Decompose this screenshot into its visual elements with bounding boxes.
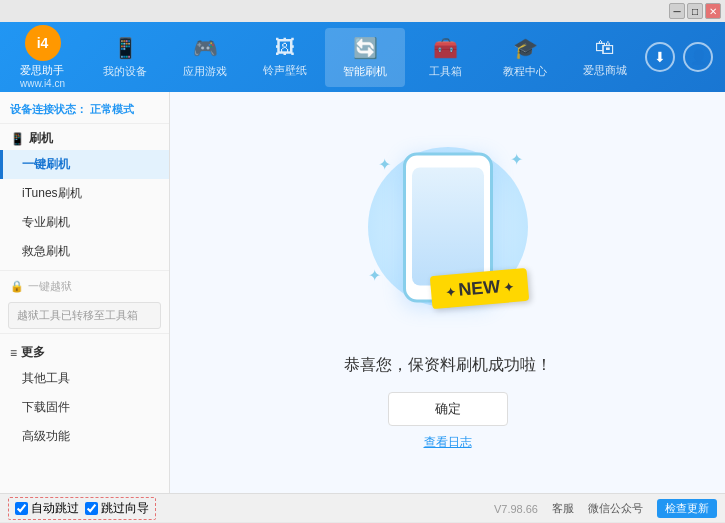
apps-label: 应用游戏 [183,64,227,79]
auto-skip-checkbox[interactable] [15,502,28,515]
more-section-header: ≡ 更多 [0,338,169,364]
sidebar-item-other-tools[interactable]: 其他工具 [0,364,169,393]
main-area: 设备连接状态： 正常模式 📱 刷机 一键刷机 iTunes刷机 专业刷机 救急刷… [0,92,725,493]
sidebar-item-one-click-flash[interactable]: 一键刷机 [0,150,169,179]
sidebar-item-itunes-flash[interactable]: iTunes刷机 [0,179,169,208]
sidebar-item-download-fw[interactable]: 下载固件 [0,393,169,422]
apps-icon: 🎮 [193,36,218,60]
flash-section-header: 📱 刷机 [0,124,169,150]
lock-icon: 🔒 [10,280,24,293]
tutorials-label: 教程中心 [503,64,547,79]
sparkle-bottom-left-icon: ✦ [368,266,381,285]
skip-wizard-checkbox-label[interactable]: 跳过向导 [85,500,149,517]
store-label: 爱思商城 [583,63,627,78]
nav-item-toolbox[interactable]: 🧰 工具箱 [405,28,485,87]
my-device-icon: 📱 [113,36,138,60]
success-text: 恭喜您，保资料刷机成功啦！ [344,355,552,376]
sidebar-item-save-flash[interactable]: 救急刷机 [0,237,169,266]
divider-1 [0,270,169,271]
close-button[interactable]: ✕ [705,3,721,19]
auto-skip-checkbox-label[interactable]: 自动跳过 [15,500,79,517]
sidebar-item-pro-flash[interactable]: 专业刷机 [0,208,169,237]
smart-flash-icon: 🔄 [353,36,378,60]
tutorials-icon: 🎓 [513,36,538,60]
skip-wizard-checkbox[interactable] [85,502,98,515]
top-nav: i4 爱思助手 www.i4.cn 📱 我的设备 🎮 应用游戏 🖼 铃声壁纸 🔄… [0,22,725,92]
logo-area: i4 爱思助手 www.i4.cn [0,25,85,89]
wechat-link[interactable]: 微信公众号 [588,501,643,516]
jailbreak-section: 🔒 一键越狱 [0,275,169,298]
divider-2 [0,333,169,334]
sparkle-top-right-icon: ✦ [510,150,523,169]
sidebar-item-advanced[interactable]: 高级功能 [0,422,169,451]
nav-item-store[interactable]: 🛍 爱思商城 [565,28,645,86]
jailbreak-notice: 越狱工具已转移至工具箱 [8,302,161,329]
bottom-top-row: 自动跳过 跳过向导 V7.98.66 客服 微信公众号 检查更新 [0,494,725,522]
download-button[interactable]: ⬇ [645,42,675,72]
nav-item-wallpaper[interactable]: 🖼 铃声壁纸 [245,28,325,86]
bottom-bar: 自动跳过 跳过向导 V7.98.66 客服 微信公众号 检查更新 📱 iPhon… [0,493,725,523]
connection-status: 设备连接状态： 正常模式 [0,96,169,124]
again-link[interactable]: 查看日志 [424,434,472,451]
nav-item-apps[interactable]: 🎮 应用游戏 [165,28,245,87]
nav-items: 📱 我的设备 🎮 应用游戏 🖼 铃声壁纸 🔄 智能刷机 🧰 工具箱 🎓 教程中心… [85,28,645,87]
toolbox-icon: 🧰 [433,36,458,60]
nav-right-buttons: ⬇ 👤 [645,42,725,72]
nav-item-my-device[interactable]: 📱 我的设备 [85,28,165,87]
logo-icon: i4 [25,25,61,61]
checkbox-area: 自动跳过 跳过向导 [8,497,156,520]
hero-illustration: ✦ ✦ ✦ NEW [348,135,548,335]
nav-item-smart-flash[interactable]: 🔄 智能刷机 [325,28,405,87]
more-section-icon: ≡ [10,346,17,360]
logo-subtitle: 爱思助手 www.i4.cn [20,63,65,89]
title-bar: ─ □ ✕ [0,0,725,22]
toolbox-label: 工具箱 [429,64,462,79]
my-device-label: 我的设备 [103,64,147,79]
wallpaper-label: 铃声壁纸 [263,63,307,78]
wallpaper-icon: 🖼 [275,36,295,59]
version-label: V7.98.66 [494,503,538,515]
store-icon: 🛍 [595,36,615,59]
maximize-button[interactable]: □ [687,3,703,19]
phone-screen [412,167,484,285]
user-button[interactable]: 👤 [683,42,713,72]
bottom-right-info: V7.98.66 客服 微信公众号 检查更新 [494,499,717,518]
service-link[interactable]: 客服 [552,501,574,516]
sidebar: 设备连接状态： 正常模式 📱 刷机 一键刷机 iTunes刷机 专业刷机 救急刷… [0,92,170,493]
check-update-button[interactable]: 检查更新 [657,499,717,518]
minimize-button[interactable]: ─ [669,3,685,19]
sparkle-top-left-icon: ✦ [378,155,391,174]
flash-section-icon: 📱 [10,132,25,146]
nav-item-tutorials[interactable]: 🎓 教程中心 [485,28,565,87]
content-area: ✦ ✦ ✦ NEW 恭喜您，保资料刷机成功啦！ 确定 查看日志 [170,92,725,493]
confirm-button[interactable]: 确定 [388,392,508,426]
smart-flash-label: 智能刷机 [343,64,387,79]
